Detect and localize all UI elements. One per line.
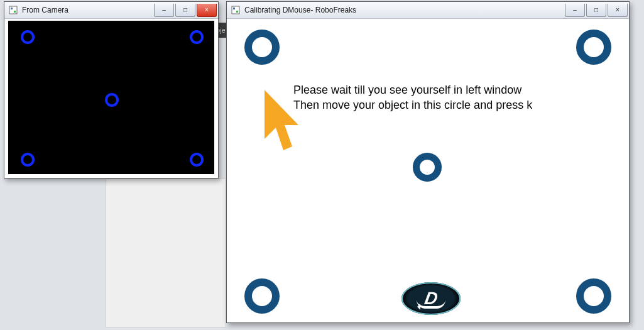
minimize-button[interactable]: – (565, 4, 585, 17)
app-icon (231, 5, 241, 15)
app-icon (8, 5, 18, 15)
target-circle-tr-icon (576, 30, 611, 65)
target-circle-center-icon (413, 153, 442, 182)
cursor-arrow-icon (258, 90, 302, 159)
svg-rect-3 (232, 6, 239, 14)
camera-window-title: From Camera (22, 6, 153, 14)
target-circle-br-icon (576, 278, 611, 314)
svg-rect-4 (233, 8, 235, 9)
calibration-point-tr-icon (190, 30, 204, 44)
instruction-text: Please wait till you see yourself in lef… (293, 82, 532, 113)
calibration-point-tl-icon (21, 30, 35, 44)
calibration-canvas: Please wait till you see yourself in lef… (231, 21, 625, 319)
minimize-button[interactable]: – (154, 4, 174, 17)
svg-marker-6 (265, 90, 298, 150)
target-circle-tl-icon (244, 30, 280, 65)
background-panel (106, 179, 226, 327)
instruction-line-2: Then move your object in this circle and… (293, 97, 532, 113)
calibration-titlebar[interactable]: Calibrating DMouse- RoboFreaks – □ × (227, 2, 629, 19)
camera-titlebar[interactable]: From Camera – □ × (4, 2, 218, 19)
window-buttons: – □ × (153, 4, 217, 16)
target-circle-bl-icon (244, 278, 280, 314)
maximize-button[interactable]: □ (586, 4, 606, 17)
calibration-point-br-icon (190, 153, 204, 167)
logo-swoosh-icon (417, 300, 445, 309)
svg-rect-2 (14, 11, 16, 13)
svg-rect-1 (11, 8, 13, 9)
robofreaks-logo-icon: D (401, 282, 461, 315)
calibration-window-title: Calibrating DMouse- RoboFreaks (244, 6, 564, 14)
camera-feed (8, 21, 214, 174)
calibration-point-bl-icon (21, 153, 35, 167)
close-button[interactable]: × (197, 4, 217, 17)
instruction-line-1: Please wait till you see yourself in lef… (293, 82, 532, 97)
desktop: oje From Camera – □ × Calib (0, 0, 644, 330)
window-buttons: – □ × (564, 4, 628, 16)
svg-rect-0 (9, 6, 17, 14)
svg-rect-5 (236, 11, 238, 13)
camera-window: From Camera – □ × (4, 1, 219, 179)
calibration-window: Calibrating DMouse- RoboFreaks – □ × Ple… (226, 1, 630, 323)
close-button[interactable]: × (608, 4, 628, 17)
maximize-button[interactable]: □ (175, 4, 195, 17)
calibration-point-center-icon (105, 93, 119, 107)
